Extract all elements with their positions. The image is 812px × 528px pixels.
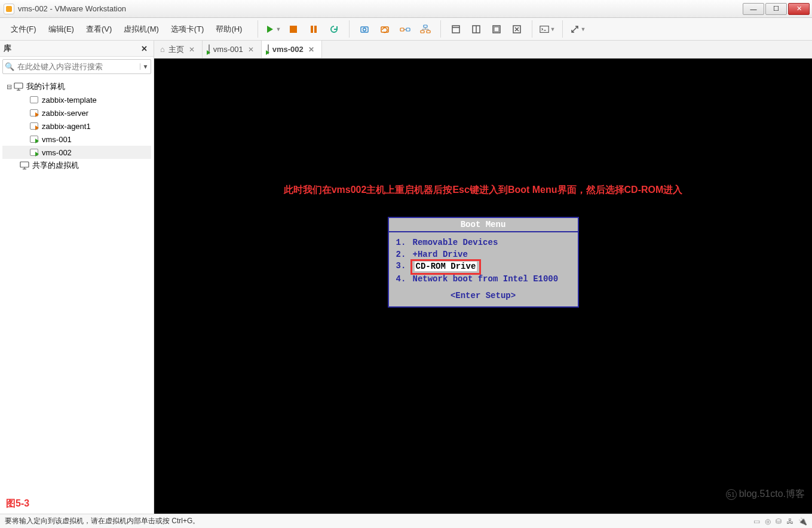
svg-rect-25 <box>14 83 23 88</box>
tree-item-label: zabbix-server <box>39 109 88 118</box>
tab-close-icon[interactable]: ✕ <box>307 45 315 54</box>
boot-item-cdrom[interactable]: 3. CD-ROM Drive <box>396 260 571 274</box>
svg-rect-7 <box>406 28 410 31</box>
stop-button[interactable] <box>286 22 301 37</box>
tree-item-vms-002[interactable]: vms-002 <box>2 146 151 159</box>
menu-edit[interactable]: 编辑(E) <box>42 22 80 37</box>
tab-close-icon[interactable]: ✕ <box>247 45 255 54</box>
window-title: vms-002 - VMware Workstation <box>18 4 743 13</box>
figure-label: 图5-3 <box>2 496 33 511</box>
vm-console[interactable]: 此时我们在vms002主机上重启机器后按Esc键进入到Boot Menu界面，然… <box>154 59 812 514</box>
tab-close-icon[interactable]: ✕ <box>188 45 196 54</box>
tray-network-icon[interactable]: 🖧 <box>786 517 793 526</box>
watermark: 51 blog.51cto.博客 <box>726 488 805 501</box>
menu-vm[interactable]: 虚拟机(M) <box>118 22 165 37</box>
tree-item-zabbix-agent1[interactable]: zabbix-agent1 <box>2 119 151 133</box>
sidebar-search: 🔍 ▼ <box>2 59 151 74</box>
tab-vms-001[interactable]: vms-001 ✕ <box>203 41 262 58</box>
tree-item-label: zabbix-template <box>39 96 97 105</box>
boot-menu-title: Boot Menu <box>389 218 578 232</box>
minimize-button[interactable]: — <box>743 3 764 15</box>
console-button[interactable]: ▼ <box>540 22 555 37</box>
search-dropdown-button[interactable]: ▼ <box>140 63 151 70</box>
vm-icon <box>29 109 39 116</box>
svg-rect-16 <box>452 26 459 33</box>
search-icon: 🔍 <box>3 62 16 71</box>
tab-strip: ⌂ 主页 ✕ vms-001 ✕ vms-002 ✕ <box>154 41 812 59</box>
menu-help[interactable]: 帮助(H) <box>210 22 248 37</box>
tree-item-zabbix-server[interactable]: zabbix-server <box>2 106 151 119</box>
sidebar-title: 库 <box>4 43 139 54</box>
vm-icon <box>29 122 39 130</box>
vm-icon <box>29 149 39 156</box>
menu-view[interactable]: 查看(V) <box>80 22 118 37</box>
collapse-icon: ⊟ <box>5 83 13 91</box>
tab-vms-002[interactable]: vms-002 ✕ <box>262 41 322 58</box>
vm-icon <box>209 45 210 54</box>
maximize-button[interactable]: ☐ <box>765 3 787 15</box>
boot-item-removable[interactable]: 1. Removable Devices <box>396 237 571 249</box>
tree-item-label: vms-002 <box>39 148 72 157</box>
svg-rect-2 <box>314 26 317 33</box>
svg-rect-28 <box>20 162 29 167</box>
fullscreen-button[interactable] <box>489 22 504 37</box>
boot-item-highlight: CD-ROM Drive <box>410 259 482 275</box>
svg-rect-21 <box>494 27 499 32</box>
svg-point-4 <box>363 28 366 31</box>
boot-enter-setup[interactable]: <Enter Setup> <box>396 291 571 300</box>
unity-button[interactable] <box>509 22 525 37</box>
svg-rect-9 <box>424 25 427 27</box>
tab-label: vms-001 <box>213 45 243 54</box>
play-button[interactable]: ▼ <box>265 22 281 37</box>
library-tree: ⊟ 我的计算机 zabbix-template zabbix-server za… <box>0 76 154 514</box>
layout-single-button[interactable] <box>448 22 464 37</box>
restart-button[interactable] <box>326 22 342 37</box>
menu-file[interactable]: 文件(F) <box>5 22 42 37</box>
sidebar-close-button[interactable]: ✕ <box>139 44 150 53</box>
tray-usb-icon[interactable]: 🔌 <box>798 517 807 526</box>
boot-menu: Boot Menu 1. Removable Devices 2. +Hard … <box>388 217 579 308</box>
snapshot-tree-button[interactable] <box>418 22 433 37</box>
console-dropdown-icon: ▼ <box>550 26 556 32</box>
app-icon <box>4 4 14 14</box>
stretch-button[interactable]: ▼ <box>570 22 586 37</box>
tree-root-my-computer[interactable]: ⊟ 我的计算机 <box>2 80 151 93</box>
pause-button[interactable] <box>306 22 321 37</box>
tree-root-label: 我的计算机 <box>24 81 65 92</box>
svg-rect-11 <box>427 30 430 33</box>
status-bar: 要将输入定向到该虚拟机，请在虚拟机内部单击或按 Ctrl+G。 ▭ ◎ ⛁ 🖧 … <box>0 514 812 528</box>
window-titlebar: vms-002 - VMware Workstation — ☐ ✕ <box>0 0 812 18</box>
svg-rect-0 <box>290 26 297 33</box>
tab-label: vms-002 <box>272 45 304 54</box>
svg-rect-23 <box>540 26 549 33</box>
tree-item-label: vms-001 <box>39 135 72 144</box>
tab-label: 主页 <box>168 44 184 55</box>
svg-rect-10 <box>421 30 424 33</box>
search-input[interactable] <box>16 60 140 73</box>
content-area: ⌂ 主页 ✕ vms-001 ✕ vms-002 ✕ 此时我们在vms002主机… <box>154 41 812 514</box>
monitor-icon <box>13 82 24 91</box>
tree-shared-label: 共享的虚拟机 <box>30 160 79 171</box>
menu-tabs[interactable]: 选项卡(T) <box>165 22 210 37</box>
vm-icon <box>29 96 39 103</box>
tab-home[interactable]: ⌂ 主页 ✕ <box>154 41 203 58</box>
vm-icon <box>268 45 269 54</box>
close-button[interactable]: ✕ <box>788 3 810 15</box>
tree-shared-vms[interactable]: 共享的虚拟机 <box>2 159 151 172</box>
tray-disc-icon[interactable]: ◎ <box>765 517 771 526</box>
play-dropdown-icon: ▼ <box>275 26 281 32</box>
snapshot-manager-button[interactable] <box>397 22 413 37</box>
tray-hdd-icon[interactable]: ⛁ <box>776 517 782 526</box>
vm-icon <box>29 136 39 143</box>
stretch-dropdown-icon: ▼ <box>580 26 586 32</box>
status-message: 要将输入定向到该虚拟机，请在虚拟机内部单击或按 Ctrl+G。 <box>5 516 200 526</box>
tree-item-vms-001[interactable]: vms-001 <box>2 133 151 146</box>
layout-thumb-button[interactable] <box>468 22 484 37</box>
boot-item-network[interactable]: 4. Network boot from Intel E1000 <box>396 274 571 286</box>
snapshot-revert-button[interactable] <box>377 22 393 37</box>
library-sidebar: 库 ✕ 🔍 ▼ ⊟ 我的计算机 zabbix-template zabbix-s <box>0 41 154 514</box>
status-tray: ▭ ◎ ⛁ 🖧 🔌 <box>753 517 807 526</box>
tray-display-icon[interactable]: ▭ <box>753 517 760 526</box>
tree-item-zabbix-template[interactable]: zabbix-template <box>2 93 151 106</box>
snapshot-button[interactable] <box>357 22 372 37</box>
